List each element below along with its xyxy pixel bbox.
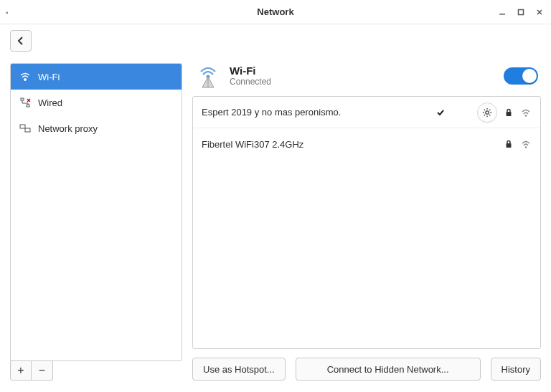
gear-icon — [482, 107, 492, 118]
sidebar-item-label: Wired — [38, 97, 173, 108]
titlebar: ▪ Network — [0, 0, 551, 24]
panel-subtitle: Connected — [230, 77, 495, 87]
lock-icon — [503, 107, 514, 118]
svg-rect-17 — [507, 112, 512, 116]
hotspot-button[interactable]: Use as Hotspot... — [192, 358, 286, 381]
wired-icon — [19, 97, 31, 108]
network-settings-button[interactable] — [477, 102, 497, 123]
sidebar-item-label: Network proxy — [38, 123, 173, 134]
wifi-antenna-icon — [195, 63, 221, 89]
network-row[interactable]: Fibertel WiFi307 2.4GHz — [193, 128, 540, 160]
svg-point-20 — [525, 146, 527, 148]
sidebar-item-wired[interactable]: Wired — [11, 90, 182, 115]
menu-indicator-icon: ▪ — [6, 8, 9, 16]
network-list: Espert 2019 y no mas peronismo. — [192, 96, 541, 349]
hidden-network-button[interactable]: Connect to Hidden Network... — [296, 358, 481, 381]
toolbar — [0, 24, 551, 57]
bottom-buttons: Use as Hotspot... Connect to Hidden Netw… — [192, 349, 541, 381]
minimize-button[interactable] — [498, 8, 507, 16]
maximize-button[interactable] — [517, 8, 525, 16]
connected-check-icon — [435, 107, 446, 118]
sidebar-footer: + − — [10, 360, 182, 381]
panel-title: Wi-Fi — [230, 65, 495, 77]
wifi-toggle[interactable] — [504, 67, 538, 85]
signal-icon — [520, 138, 532, 150]
svg-line-16 — [489, 109, 490, 110]
window-controls — [498, 8, 544, 16]
svg-rect-19 — [507, 143, 512, 148]
sidebar-item-proxy[interactable]: Network proxy — [11, 115, 182, 141]
svg-rect-1 — [519, 9, 524, 14]
history-button[interactable]: History — [491, 358, 541, 381]
lock-icon — [503, 138, 514, 150]
svg-rect-3 — [21, 98, 24, 100]
svg-rect-6 — [25, 128, 30, 132]
svg-line-13 — [484, 109, 485, 110]
svg-point-2 — [24, 79, 27, 81]
signal-icon — [520, 107, 532, 118]
proxy-icon — [19, 123, 31, 134]
svg-rect-4 — [27, 105, 29, 107]
svg-point-18 — [525, 115, 527, 117]
sidebar-list: Wi-Fi Wired Network proxy — [10, 63, 182, 361]
toggle-knob — [522, 69, 537, 83]
sidebar-item-wifi[interactable]: Wi-Fi — [11, 64, 182, 90]
svg-rect-5 — [20, 125, 25, 128]
network-row[interactable]: Espert 2019 y no mas peronismo. — [193, 97, 540, 128]
back-button[interactable] — [10, 30, 32, 52]
sidebar-item-label: Wi-Fi — [38, 72, 173, 82]
wifi-icon — [19, 71, 31, 82]
sidebar: Wi-Fi Wired Network proxy + − — [10, 63, 182, 381]
panel-header: Wi-Fi Connected — [192, 63, 541, 96]
svg-point-8 — [486, 110, 489, 113]
remove-button[interactable]: − — [32, 360, 53, 381]
network-name: Espert 2019 y no mas peronismo. — [202, 107, 430, 118]
svg-line-15 — [484, 115, 485, 115]
add-button[interactable]: + — [10, 360, 32, 381]
svg-rect-0 — [499, 14, 505, 15]
svg-line-14 — [489, 115, 490, 115]
close-button[interactable] — [535, 8, 544, 16]
network-name: Fibertel WiFi307 2.4GHz — [202, 139, 497, 150]
window-title: Network — [257, 6, 293, 17]
